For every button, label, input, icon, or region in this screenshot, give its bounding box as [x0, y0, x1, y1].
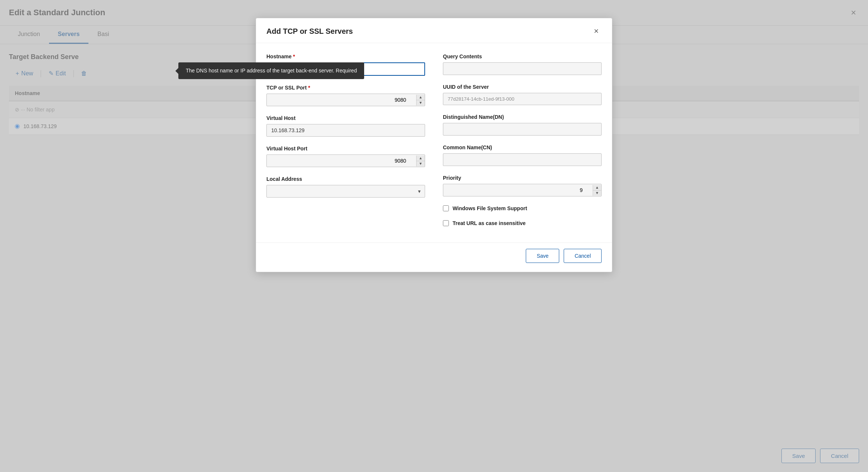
dialog-close-button[interactable]: ×: [591, 26, 602, 37]
tcp-port-up[interactable]: ▲: [417, 95, 425, 100]
windows-fs-checkbox[interactable]: [443, 205, 449, 211]
priority-field-group: Priority ▲ ▼: [443, 175, 602, 196]
dn-label: Distinguished Name(DN): [443, 114, 602, 120]
virtual-host-port-label: Virtual Host Port: [266, 146, 425, 152]
dialog-save-button[interactable]: Save: [526, 249, 559, 263]
virtual-host-port-down[interactable]: ▼: [417, 161, 425, 166]
windows-fs-label: Windows File System Support: [453, 205, 527, 211]
cn-input[interactable]: [443, 153, 602, 166]
local-address-field-group: Local Address ▾: [266, 176, 425, 198]
treat-url-checkbox[interactable]: [443, 220, 449, 226]
windows-fs-checkbox-row: Windows File System Support: [443, 205, 602, 211]
query-contents-label: Query Contents: [443, 53, 602, 59]
priority-spinner-buttons: ▲ ▼: [593, 185, 601, 196]
right-column: Query Contents UUID of the Server 77d281…: [443, 53, 602, 235]
cn-label: Common Name(CN): [443, 144, 602, 150]
virtual-host-port-spinner-buttons: ▲ ▼: [416, 156, 425, 166]
tooltip-text: The DNS host name or IP address of the t…: [186, 68, 357, 74]
query-contents-field-group: Query Contents: [443, 53, 602, 75]
local-address-select[interactable]: [266, 185, 425, 198]
virtual-host-port-spinner: ▲ ▼: [266, 154, 425, 167]
treat-url-checkbox-row: Treat URL as case insensitive: [443, 220, 602, 226]
virtual-host-label: Virtual Host: [266, 115, 425, 121]
left-column: Hostname * TCP or SSL Port * ▲ ▼: [266, 53, 425, 235]
dialog-footer: Save Cancel: [256, 242, 612, 272]
tcp-port-required: *: [308, 85, 310, 91]
tcp-port-field-group: TCP or SSL Port * ▲ ▼: [266, 85, 425, 106]
add-tcp-ssl-dialog: Add TCP or SSL Servers × Hostname * TCP …: [256, 18, 612, 272]
virtual-host-port-field-group: Virtual Host Port ▲ ▼: [266, 146, 425, 167]
cn-field-group: Common Name(CN): [443, 144, 602, 166]
virtual-host-input[interactable]: [266, 124, 425, 137]
local-address-label: Local Address: [266, 176, 425, 182]
hostname-label: Hostname *: [266, 53, 425, 59]
virtual-host-port-input[interactable]: [267, 155, 416, 167]
tcp-port-input[interactable]: [267, 94, 416, 106]
priority-input[interactable]: [443, 184, 593, 196]
tcp-port-down[interactable]: ▼: [417, 100, 425, 105]
treat-url-label: Treat URL as case insensitive: [453, 220, 526, 226]
uuid-field-group: UUID of the Server 77d28174-14cb-11ed-9f…: [443, 84, 602, 105]
priority-down[interactable]: ▼: [593, 191, 601, 196]
virtual-host-field-group: Virtual Host: [266, 115, 425, 137]
dn-field-group: Distinguished Name(DN): [443, 114, 602, 136]
dn-input[interactable]: [443, 123, 602, 136]
hostname-tooltip: The DNS host name or IP address of the t…: [178, 62, 364, 79]
tcp-port-label: TCP or SSL Port *: [266, 85, 425, 91]
dialog-header: Add TCP or SSL Servers ×: [256, 18, 612, 43]
dialog-cancel-button[interactable]: Cancel: [564, 249, 602, 263]
query-contents-input[interactable]: [443, 62, 602, 75]
tcp-port-spinner: ▲ ▼: [266, 94, 425, 106]
uuid-value: 77d28174-14cb-11ed-9f13-000: [443, 93, 602, 105]
priority-spinner: ▲ ▼: [443, 184, 602, 196]
uuid-label: UUID of the Server: [443, 84, 602, 90]
local-address-select-wrapper: ▾: [266, 185, 425, 198]
dialog-title: Add TCP or SSL Servers: [266, 27, 353, 36]
tcp-port-spinner-buttons: ▲ ▼: [416, 95, 425, 105]
virtual-host-port-up[interactable]: ▲: [417, 156, 425, 161]
hostname-required: *: [293, 53, 295, 59]
priority-up[interactable]: ▲: [593, 185, 601, 191]
priority-label: Priority: [443, 175, 602, 181]
